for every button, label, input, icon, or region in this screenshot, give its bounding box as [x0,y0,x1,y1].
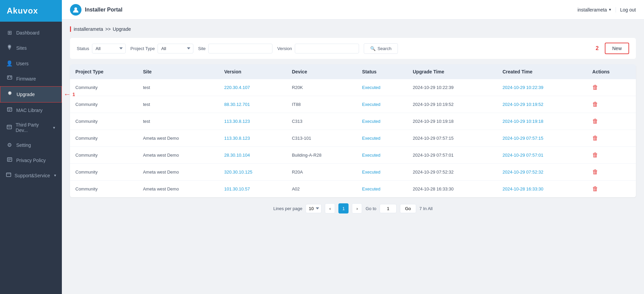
col-device: Device [286,64,357,79]
cell-upgrade-time: 2024-10-29 10:22:39 [407,79,497,96]
chevron-down-icon: ▼ [52,126,56,130]
sidebar-item-privacy-policy[interactable]: Privacy Policy [0,153,62,168]
prev-page-button[interactable]: ‹ [325,203,335,213]
cell-site: Ameta west Demo [138,130,219,147]
lines-per-page-select[interactable]: 10 20 50 [306,204,321,213]
cell-site: Ameta west Demo [138,147,219,164]
cell-actions: 🗑 [587,79,636,96]
sidebar-item-upgrade[interactable]: Upgrade ← 1 [0,86,62,103]
sites-icon [6,45,13,51]
delete-button[interactable]: 🗑 [592,101,598,108]
sidebar-item-mac-library[interactable]: MAC Library [0,103,62,118]
portal-title: Installer Portal [85,7,122,13]
cell-project-type: Community [70,130,138,147]
cell-project-type: Community [70,164,138,181]
sidebar-item-dashboard[interactable]: ⊞ Dashboard [0,25,62,40]
third-party-icon [6,125,12,131]
cell-device: IT88 [286,96,357,113]
breadcrumb: installerameta >> Upgrade [70,26,636,32]
cell-site: Ameta west Demo [138,164,219,181]
sidebar-item-label: Sites [16,45,27,51]
cell-site: test [138,96,219,113]
cell-version: 113.30.8.123 [219,130,286,147]
search-button[interactable]: 🔍 Search [364,43,398,54]
privacy-icon [6,157,13,163]
sidebar-item-setting[interactable]: ⚙ Setting [0,137,62,153]
page-1-button[interactable]: 1 [338,203,349,213]
table-row: Community Ameta west Demo 101.30.10.57 A… [70,181,636,198]
cell-site: test [138,113,219,130]
cell-version: 320.30.10.125 [219,164,286,181]
version-input[interactable] [295,44,359,53]
version-filter-group: Version [277,44,359,53]
delete-button[interactable]: 🗑 [592,118,598,125]
cell-version: 113.30.8.123 [219,113,286,130]
col-upgrade-time: Upgrade Time [407,64,497,79]
cell-status: Executed [357,113,407,130]
cell-actions: 🗑 [587,164,636,181]
project-type-select[interactable]: All Community [158,44,193,53]
logout-button[interactable]: Log out [616,7,636,13]
new-button[interactable]: New [605,43,629,54]
cell-device: R20A [286,164,357,181]
cell-actions: 🗑 [587,147,636,164]
status-select[interactable]: All Executed Pending [92,44,126,53]
svg-rect-2 [8,76,9,77]
cell-device: A02 [286,181,357,198]
cell-site: test [138,79,219,96]
chevron-down-icon-2: ▼ [53,174,57,177]
go-to-input[interactable] [380,204,397,213]
table-row: Community test 220.30.4.107 R20K Execute… [70,79,636,96]
total-label: 7 In All [420,206,433,211]
delete-button[interactable]: 🗑 [592,84,598,91]
sidebar-item-label: Third Party Dev... [16,122,49,133]
cell-version: 28.30.10.104 [219,147,286,164]
main-area: Installer Portal installerameta ▼ Log ou… [62,0,644,294]
sidebar-item-users[interactable]: 👤 Users [0,56,62,71]
cell-created-time: 2024-10-29 07:57:01 [497,147,587,164]
sidebar-item-firmware[interactable]: Firmware [0,71,62,86]
table-body: Community test 220.30.4.107 R20K Execute… [70,79,636,197]
mac-library-icon [6,107,13,113]
cell-device: R20K [286,79,357,96]
col-created-time: Created Time [497,64,587,79]
sidebar-item-label: Firmware [16,76,36,82]
content-area: installerameta >> Upgrade Status All Exe… [62,20,644,294]
delete-button[interactable]: 🗑 [592,168,598,176]
sidebar-item-sites[interactable]: Sites [0,40,62,56]
delete-button[interactable]: 🗑 [592,152,598,159]
go-button[interactable]: Go [400,204,416,213]
avatar [70,4,81,16]
delete-button[interactable]: 🗑 [592,135,598,142]
cell-status: Executed [357,96,407,113]
sidebar-item-label: Setting [16,142,31,148]
cell-version: 220.30.4.107 [219,79,286,96]
next-page-button[interactable]: › [352,203,362,213]
status-label: Status [77,46,89,51]
svg-rect-3 [10,76,11,77]
sidebar-item-support-service[interactable]: Support&Service ▼ [0,168,62,183]
version-label: Version [277,46,292,51]
sidebar-item-third-party[interactable]: Third Party Dev... ▼ [0,118,62,137]
header-username[interactable]: installerameta ▼ [577,7,612,13]
table-header: Project Type Site Version Device Status … [70,64,636,79]
site-filter-group: Site [198,44,272,53]
table-row: Community Ameta west Demo 320.30.10.125 … [70,164,636,181]
cell-actions: 🗑 [587,181,636,198]
cell-version: 101.30.10.57 [219,181,286,198]
cell-created-time: 2024-10-29 10:19:18 [497,113,587,130]
project-type-filter-group: Project Type All Community [130,44,193,53]
breadcrumb-separator: >> [105,26,111,32]
delete-button[interactable]: 🗑 [592,185,598,193]
cell-actions: 🗑 [587,113,636,130]
sidebar: Akuvox ⊞ Dashboard Sites 👤 Users Firmwar… [0,0,62,294]
cell-created-time: 2024-10-28 16:33:30 [497,181,587,198]
site-input[interactable] [208,44,272,53]
project-type-label: Project Type [130,46,155,51]
cell-project-type: Community [70,147,138,164]
sidebar-item-label: Privacy Policy [16,158,46,163]
cell-upgrade-time: 2024-10-28 16:33:30 [407,181,497,198]
cell-upgrade-time: 2024-10-29 10:19:18 [407,113,497,130]
cell-status: Executed [357,147,407,164]
sidebar-item-label: Dashboard [16,30,40,36]
